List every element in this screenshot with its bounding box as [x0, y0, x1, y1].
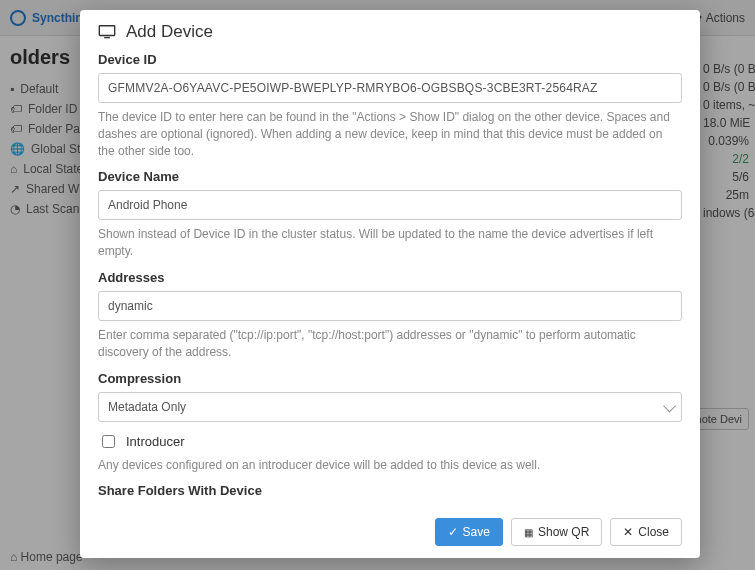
device-name-label: Device Name [98, 169, 682, 184]
check-icon: ✓ [448, 525, 458, 539]
svg-rect-0 [99, 26, 114, 36]
addresses-group: Addresses Enter comma separated ("tcp://… [98, 270, 682, 361]
device-id-label: Device ID [98, 52, 682, 67]
introducer-help: Any devices configured on an introducer … [98, 457, 682, 474]
dialog-body: Device ID The device ID to enter here ca… [80, 52, 700, 506]
show-qr-button-label: Show QR [538, 525, 589, 539]
introducer-group: Introducer Any devices configured on an … [98, 432, 682, 474]
share-folders-label: Share Folders With Device [98, 483, 682, 498]
share-folders-group: Share Folders With Device Select the fol… [98, 483, 682, 506]
dialog-title: Add Device [126, 22, 213, 42]
device-name-input[interactable] [98, 190, 682, 220]
save-button-label: Save [463, 525, 490, 539]
show-qr-button[interactable]: ▦ Show QR [511, 518, 602, 546]
device-name-group: Device Name Shown instead of Device ID i… [98, 169, 682, 260]
save-button[interactable]: ✓ Save [435, 518, 503, 546]
device-id-group: Device ID The device ID to enter here ca… [98, 52, 682, 159]
svg-rect-1 [104, 37, 110, 38]
add-device-dialog: Add Device Device ID The device ID to en… [80, 10, 700, 558]
compression-label: Compression [98, 371, 682, 386]
close-button-label: Close [638, 525, 669, 539]
addresses-help: Enter comma separated ("tcp://ip:port", … [98, 327, 682, 361]
device-id-input[interactable] [98, 73, 682, 103]
addresses-input[interactable] [98, 291, 682, 321]
dialog-header: Add Device [80, 10, 700, 52]
qr-icon: ▦ [524, 527, 533, 538]
close-button[interactable]: ✕ Close [610, 518, 682, 546]
dialog-footer: ✓ Save ▦ Show QR ✕ Close [80, 506, 700, 558]
device-id-help: The device ID to enter here can be found… [98, 109, 682, 159]
introducer-label: Introducer [126, 434, 185, 449]
monitor-icon [98, 25, 116, 39]
close-icon: ✕ [623, 525, 633, 539]
introducer-checkbox[interactable] [102, 435, 115, 448]
compression-group: Compression [98, 371, 682, 422]
device-name-help: Shown instead of Device ID in the cluste… [98, 226, 682, 260]
compression-select[interactable] [98, 392, 682, 422]
addresses-label: Addresses [98, 270, 682, 285]
